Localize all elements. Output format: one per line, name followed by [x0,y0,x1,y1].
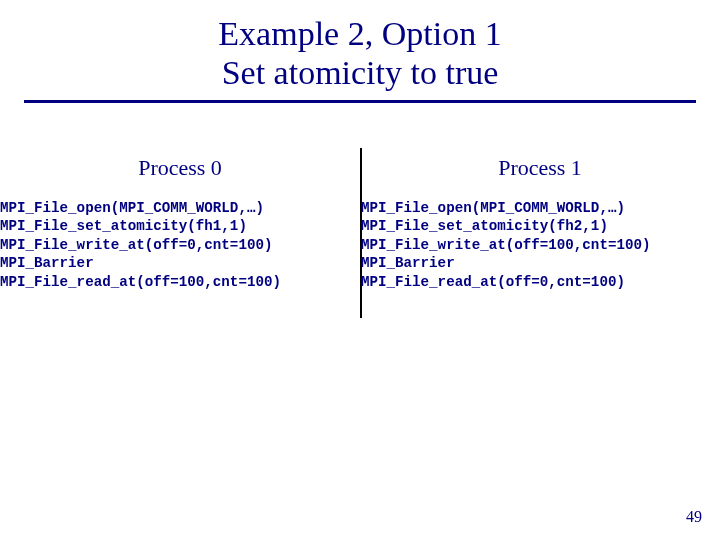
p1-line-5: MPI_File_read_at(off=0,cnt=100) [361,274,625,290]
p0-line-5: MPI_File_read_at(off=100,cnt=100) [0,274,281,290]
column-headers: Process 0 Process 1 [0,155,720,187]
title-line-2: Set atomicity to true [222,54,499,91]
content-columns: Process 0 Process 1 MPI_File_open(MPI_CO… [0,155,720,291]
p1-line-2: MPI_File_set_atomicity(fh2,1) [361,218,608,234]
p0-line-1: MPI_File_open(MPI_COMM_WORLD,…) [0,200,264,216]
p0-line-4: MPI_Barrier [0,255,94,271]
process-0-heading: Process 0 [0,155,360,187]
title-underline [24,100,696,103]
p1-line-4: MPI_Barrier [361,255,455,271]
p1-line-1: MPI_File_open(MPI_COMM_WORLD,…) [361,200,625,216]
process-0-code: MPI_File_open(MPI_COMM_WORLD,…) MPI_File… [0,187,359,291]
p0-line-2: MPI_File_set_atomicity(fh1,1) [0,218,247,234]
code-columns: MPI_File_open(MPI_COMM_WORLD,…) MPI_File… [0,187,720,291]
p0-line-3: MPI_File_write_at(off=0,cnt=100) [0,237,272,253]
title-line-1: Example 2, Option 1 [218,15,501,52]
p1-line-3: MPI_File_write_at(off=100,cnt=100) [361,237,650,253]
slide-title: Example 2, Option 1 Set atomicity to tru… [0,0,720,92]
page-number: 49 [686,508,702,526]
process-1-code: MPI_File_open(MPI_COMM_WORLD,…) MPI_File… [359,187,720,291]
process-1-heading: Process 1 [360,155,720,187]
